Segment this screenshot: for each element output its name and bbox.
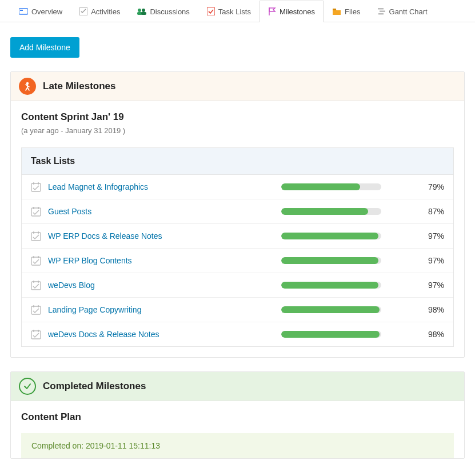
tasklist-icon bbox=[31, 255, 41, 266]
page-content: Add Milestone Late Milestones Content Sp… bbox=[0, 22, 475, 459]
late-milestones-header: Late Milestones bbox=[11, 72, 464, 101]
svg-rect-10 bbox=[378, 8, 384, 10]
task-link[interactable]: weDevs Docs & Release Notes bbox=[48, 330, 274, 339]
svg-rect-30 bbox=[33, 305, 34, 307]
late-milestones-card: Late Milestones Content Sprint Jan' 19 (… bbox=[10, 71, 465, 358]
svg-rect-28 bbox=[38, 281, 39, 283]
task-link[interactable]: Lead Magnet & Infographics bbox=[48, 182, 274, 191]
svg-rect-22 bbox=[38, 231, 39, 234]
svg-rect-29 bbox=[31, 306, 41, 314]
progress-bar bbox=[281, 233, 381, 239]
tab-activities[interactable]: Activities bbox=[71, 1, 129, 22]
svg-rect-1 bbox=[20, 10, 23, 11]
completed-icon bbox=[19, 378, 36, 395]
tab-label: Files bbox=[345, 7, 360, 16]
svg-rect-25 bbox=[38, 256, 39, 258]
completed-on-row: Completed on: 2019-01-11 15:11:13 bbox=[21, 433, 454, 458]
progress-bar bbox=[281, 331, 381, 338]
task-row: weDevs Blog97% bbox=[22, 273, 453, 298]
svg-rect-17 bbox=[31, 208, 41, 216]
svg-rect-27 bbox=[33, 281, 34, 283]
task-percent: 97% bbox=[417, 281, 444, 290]
svg-rect-32 bbox=[31, 331, 41, 339]
milestone-meta: (a year ago - January 31 2019 ) bbox=[21, 126, 454, 135]
progress-bar bbox=[281, 208, 381, 215]
tab-label: Activities bbox=[91, 7, 120, 16]
gantt-icon bbox=[378, 7, 386, 15]
tab-label: Gantt Chart bbox=[389, 7, 428, 16]
completed-milestones-card: Completed Milestones Content Plan Comple… bbox=[10, 371, 465, 459]
tab-label: Milestones bbox=[280, 7, 315, 16]
task-link[interactable]: WP ERP Blog Contents bbox=[48, 256, 274, 265]
task-row: WP ERP Docs & Release Notes97% bbox=[22, 224, 453, 249]
progress-bar bbox=[281, 306, 381, 313]
tasklist-icon bbox=[31, 206, 41, 217]
task-row: Landing Page Copywriting98% bbox=[22, 298, 453, 322]
task-row: Guest Posts87% bbox=[22, 199, 453, 224]
svg-rect-18 bbox=[33, 207, 34, 209]
tab-label: Overview bbox=[31, 7, 62, 16]
completed-on-label: Completed on: bbox=[31, 441, 86, 450]
svg-rect-21 bbox=[33, 231, 34, 234]
tab-gantt[interactable]: Gantt Chart bbox=[369, 1, 436, 22]
svg-point-4 bbox=[142, 9, 145, 12]
tasklist-icon bbox=[31, 231, 41, 241]
late-milestones-heading: Late Milestones bbox=[43, 81, 116, 92]
tabs-bar: Overview Activities Discussions Task Lis… bbox=[0, 0, 475, 22]
tasklists-panel: Task Lists Lead Magnet & Infographics79%… bbox=[21, 147, 454, 347]
tasklist-icon bbox=[31, 182, 41, 192]
progress-bar bbox=[281, 257, 381, 264]
progress-bar bbox=[281, 282, 381, 289]
task-percent: 98% bbox=[417, 305, 444, 314]
task-link[interactable]: Landing Page Copywriting bbox=[48, 305, 274, 314]
svg-rect-9 bbox=[333, 9, 336, 10]
task-percent: 97% bbox=[417, 256, 444, 265]
tab-tasklists[interactable]: Task Lists bbox=[198, 1, 260, 22]
overview-icon bbox=[19, 7, 28, 15]
svg-rect-14 bbox=[31, 183, 41, 191]
tab-label: Task Lists bbox=[218, 7, 251, 16]
task-row: WP ERP Blog Contents97% bbox=[22, 249, 453, 273]
task-link[interactable]: weDevs Blog bbox=[48, 281, 274, 290]
milestones-icon bbox=[268, 7, 276, 16]
task-link[interactable]: WP ERP Docs & Release Notes bbox=[48, 231, 274, 241]
late-icon bbox=[19, 78, 36, 95]
svg-rect-31 bbox=[38, 305, 39, 307]
progress-bar bbox=[281, 183, 381, 190]
task-percent: 87% bbox=[417, 207, 444, 216]
svg-rect-0 bbox=[19, 9, 28, 14]
svg-rect-6 bbox=[141, 12, 146, 15]
tab-label: Discussions bbox=[150, 7, 189, 16]
tasklist-icon bbox=[31, 280, 41, 290]
activities-icon bbox=[79, 7, 87, 15]
task-percent: 79% bbox=[417, 182, 444, 191]
svg-rect-7 bbox=[207, 7, 215, 15]
discussions-icon bbox=[137, 7, 146, 15]
task-link[interactable]: Guest Posts bbox=[48, 207, 274, 216]
tab-files[interactable]: Files bbox=[324, 1, 369, 22]
svg-rect-16 bbox=[38, 182, 39, 185]
tasklist-icon bbox=[31, 305, 41, 315]
svg-rect-20 bbox=[31, 233, 41, 241]
completed-on-value: 2019-01-11 15:11:13 bbox=[86, 441, 160, 450]
svg-point-3 bbox=[138, 9, 141, 12]
svg-rect-15 bbox=[33, 182, 34, 185]
tab-overview[interactable]: Overview bbox=[10, 1, 71, 22]
task-percent: 97% bbox=[417, 231, 444, 241]
svg-rect-23 bbox=[31, 257, 41, 265]
completed-milestones-header: Completed Milestones bbox=[11, 372, 464, 401]
add-milestone-button[interactable]: Add Milestone bbox=[10, 37, 79, 58]
tasklists-icon bbox=[207, 7, 215, 15]
svg-rect-33 bbox=[33, 330, 34, 332]
svg-rect-24 bbox=[33, 256, 34, 258]
svg-rect-12 bbox=[378, 13, 384, 15]
tab-milestones[interactable]: Milestones bbox=[260, 1, 324, 22]
svg-rect-34 bbox=[38, 330, 39, 332]
tab-discussions[interactable]: Discussions bbox=[129, 1, 198, 22]
task-row: weDevs Docs & Release Notes98% bbox=[22, 322, 453, 346]
files-icon bbox=[332, 7, 341, 15]
svg-rect-26 bbox=[31, 282, 41, 290]
svg-rect-19 bbox=[38, 207, 39, 209]
task-percent: 98% bbox=[417, 330, 444, 339]
completed-milestones-heading: Completed Milestones bbox=[43, 381, 146, 392]
